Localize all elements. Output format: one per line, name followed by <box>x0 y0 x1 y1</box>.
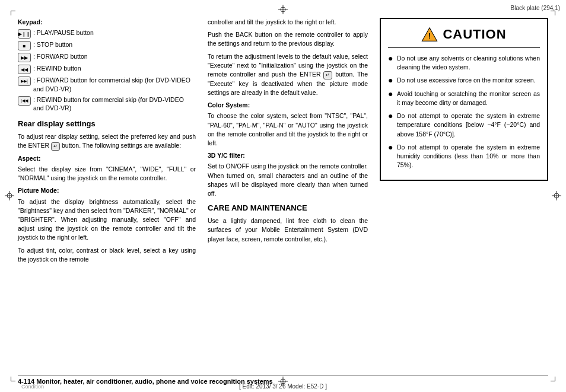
keypad-item-fwd-skip: ▶▶| : FORWARD button for commercial skip… <box>18 76 196 93</box>
rear-display-heading: Rear display settings <box>18 119 196 130</box>
rear-display-body: To adjust rear display setting, select t… <box>18 132 196 151</box>
care-heading: CARE AND MAINTENANCE <box>208 203 368 214</box>
caution-item-2-text: Do not use excessive force on the monito… <box>397 76 535 85</box>
forward-skip-icon: ▶▶| <box>18 77 31 86</box>
keypad-item-rwd-skip: |◀◀ : REWIND button for commercial skip … <box>18 95 196 113</box>
keypad-item-forward: ▶▶ : FORWARD button <box>18 52 196 62</box>
bullet-2: ● <box>388 76 394 85</box>
corner-mark-tr <box>551 11 555 15</box>
caution-item-5: ● Do not attempt to operate the system i… <box>388 143 540 170</box>
caution-item-2: ● Do not use excessive force on the moni… <box>388 76 540 85</box>
reg-cross-left <box>5 191 14 202</box>
bullet-5: ● <box>388 143 394 152</box>
keypad-rewind-text: : REWIND button <box>33 64 81 73</box>
keypad-item-stop: ■ : STOP button <box>18 40 196 50</box>
page: Black plate (294,1) Keypad: ▶❙❙ : PLAY/P… <box>0 0 566 392</box>
caution-item-3: ● Avoid touching or scratching the monit… <box>388 90 540 107</box>
bullet-1: ● <box>388 54 394 63</box>
caution-items-list: ● Do not use any solvents or cleaning so… <box>388 54 540 170</box>
left-column: Keypad: ▶❙❙ : PLAY/PAUSE button ■ : STOP… <box>18 18 196 362</box>
mid-column: controller and tilt the joystick to the … <box>208 18 368 362</box>
corner-mark-tl <box>11 11 15 15</box>
top-bar: Black plate (294,1) <box>511 5 560 11</box>
color-system-body: To choose the color system, select from … <box>208 111 368 148</box>
mid-cont-text: controller and tilt the joystick to the … <box>208 18 368 27</box>
corner-mark-br <box>551 377 555 381</box>
aspect-heading: Aspect: <box>18 154 196 163</box>
picture-mode-body1: To adjust the display brightness automat… <box>18 197 196 243</box>
top-bar-text: Black plate (294,1) <box>511 5 560 11</box>
caution-item-5-text: Do not attempt to operate the system in … <box>397 143 540 170</box>
keypad-section: Keypad: ▶❙❙ : PLAY/PAUSE button ■ : STOP… <box>18 18 196 113</box>
caution-item-4-text: Do not attempt to operate the system in … <box>397 111 540 139</box>
caution-item-3-text: Avoid touching or scratching the monitor… <box>397 90 540 107</box>
reg-cross-top <box>278 5 288 15</box>
corner-mark-bl <box>11 377 15 381</box>
keypad-heading: Keypad: <box>18 18 196 27</box>
caution-triangle-icon: ! <box>421 26 438 43</box>
keypad-item-play: ▶❙❙ : PLAY/PAUSE button <box>18 28 196 39</box>
keypad-stop-text: : STOP button <box>33 40 72 49</box>
rewind-skip-icon: |◀◀ <box>18 96 31 106</box>
rewind-icon: ◀◀ <box>18 65 31 74</box>
caution-title: CAUTION <box>443 25 506 44</box>
main-content: Keypad: ▶❙❙ : PLAY/PAUSE button ■ : STOP… <box>18 18 548 362</box>
condition-text: Condition <box>21 384 44 390</box>
right-column: ! CAUTION ● Do not use any solvents or c… <box>380 18 548 362</box>
yd-filter-heading: 3D Y/C filter: <box>208 151 368 160</box>
color-system-heading: Color System: <box>208 101 368 110</box>
forward-icon: ▶▶ <box>18 53 31 62</box>
aspect-body: Select the display size from "CINEMA", "… <box>18 165 196 183</box>
play-pause-icon: ▶❙❙ <box>18 29 31 39</box>
caution-box: ! CAUTION ● Do not use any solvents or c… <box>380 18 548 181</box>
picture-mode-body2: To adjust tint, color, contrast or black… <box>18 246 196 264</box>
svg-text:!: ! <box>428 32 431 40</box>
back-button-text: Push the BACK button on the remote contr… <box>208 30 368 48</box>
caution-item-1: ● Do not use any solvents or cleaning so… <box>388 54 540 72</box>
stop-icon: ■ <box>18 41 31 50</box>
keypad-play-text: : PLAY/PAUSE button <box>33 28 94 37</box>
picture-mode-heading: Picture Mode: <box>18 186 196 195</box>
keypad-rwd-skip-text: : REWIND button for commercial skip (for… <box>33 95 196 113</box>
yd-filter-body: Set to ON/OFF using the joystick on the … <box>208 162 368 198</box>
bullet-3: ● <box>388 90 394 98</box>
reg-cross-right <box>552 191 561 202</box>
bullet-4: ● <box>388 111 394 120</box>
caution-item-4: ● Do not attempt to operate the system i… <box>388 111 540 139</box>
keypad-fwd-skip-text: : FORWARD button for commercial skip (fo… <box>33 76 196 93</box>
caution-header: ! CAUTION <box>388 25 540 48</box>
keypad-forward-text: : FORWARD button <box>33 52 88 61</box>
default-text: To return the adjustment levels to the d… <box>208 52 368 97</box>
caution-item-1-text: Do not use any solvents or cleaning solu… <box>397 54 540 72</box>
footer-text: 4-114 Monitor, heater, air conditioner, … <box>18 378 273 385</box>
care-body: Use a lightly dampened, lint free cloth … <box>208 216 368 244</box>
bottom-edit-text: [ Edit: 2013/ 3/ 26 Model: E52-D ] <box>239 383 327 390</box>
keypad-item-rewind: ◀◀ : REWIND button <box>18 64 196 74</box>
